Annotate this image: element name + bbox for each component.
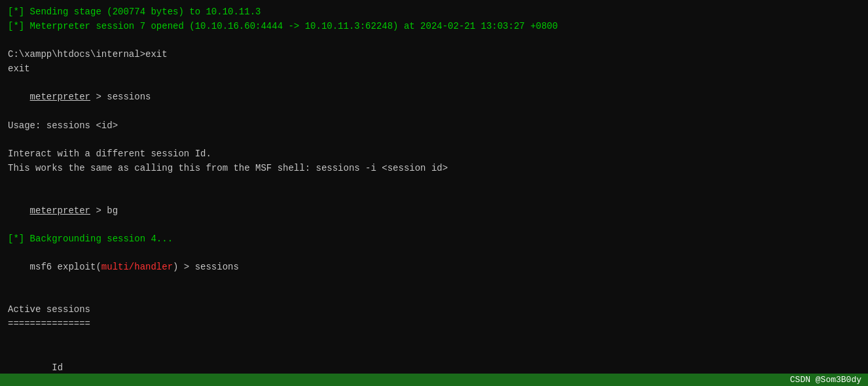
line-meter-sessions: meterpreter > sessions [8, 76, 860, 118]
msf6-label-1: msf6 exploit( [30, 262, 101, 272]
msf-sessions-cmd: ) > sessions [173, 262, 239, 272]
meterpreter-label-1: meterpreter [30, 92, 90, 102]
line-same-as: This works the same as calling this from… [8, 162, 860, 176]
active-sessions-label: Active sessions [8, 303, 860, 317]
blank-3 [8, 175, 860, 190]
blank-5 [8, 332, 860, 346]
line-backgrounding: [*] Backgrounding session 4... [8, 232, 860, 247]
terminal: [*] Sending stage (200774 bytes) to 10.1… [0, 0, 868, 386]
handler-label-1: multi/handler [101, 262, 173, 272]
line-session-opened: [*] Meterpreter session 7 opened (10.10.… [8, 20, 860, 34]
line-sending-stage: [*] Sending stage (200774 bytes) to 10.1… [8, 5, 860, 20]
meter-sessions-cmd: > sessions [90, 92, 151, 102]
meterpreter-label-2: meterpreter [30, 205, 90, 216]
blank-2 [8, 133, 860, 147]
meter-bg-cmd: > bg [90, 205, 118, 216]
line-interact: Interact with a different session Id. [8, 147, 860, 162]
blank-4 [8, 289, 860, 304]
line-msf-sessions: msf6 exploit(multi/handler) > sessions [8, 247, 860, 289]
line-exit-path: C:\xampp\htdocs\internal>exit [8, 48, 860, 62]
line-exit: exit [8, 62, 860, 77]
blank-1 [8, 33, 860, 48]
active-sessions-sep: =============== [8, 317, 860, 332]
line-meter-bg: meterpreter > bg [8, 190, 860, 232]
status-bar-text: CSDN @Som3B0dy [790, 375, 861, 385]
status-bar: CSDN @Som3B0dy [0, 374, 868, 386]
line-usage: Usage: sessions <id> [8, 119, 860, 133]
